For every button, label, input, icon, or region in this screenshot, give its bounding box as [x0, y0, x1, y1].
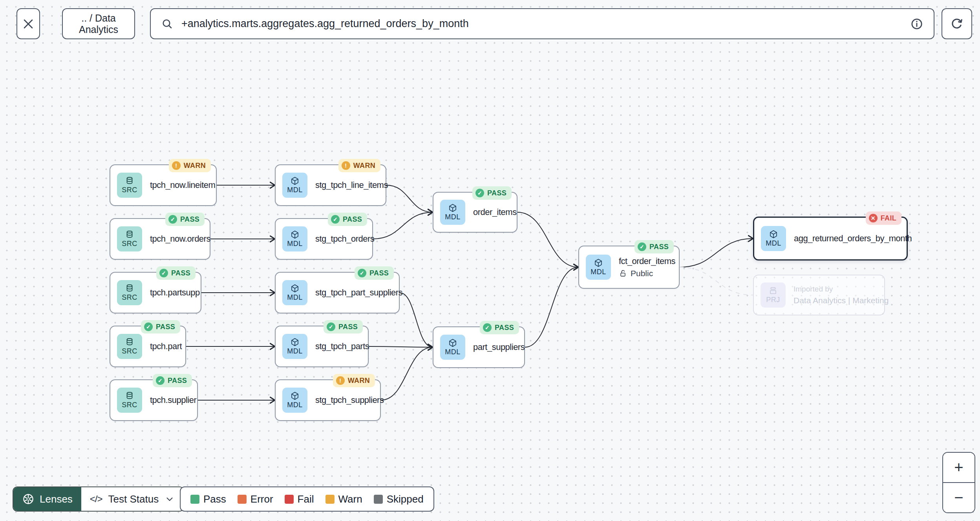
node-type-icon-prj: PRJ: [761, 282, 786, 308]
imported-by-projects: Data Analytics | Marketing: [794, 296, 889, 305]
database-icon: [125, 391, 134, 401]
node-type-label: MDL: [287, 401, 303, 409]
node-type-icon-mdl: MDL: [282, 173, 307, 198]
status-badge-warn: !WARN: [169, 159, 211, 172]
node-text: stg_tpch_orders: [315, 234, 374, 244]
node-label: stg_tpch_suppliers: [315, 395, 384, 405]
imported-by-label: Imported by: [794, 285, 889, 293]
status-badge-pass: ✓PASS: [153, 374, 192, 387]
graph-node-imported-by-project[interactable]: PRJImported by Data Analytics | Marketin…: [753, 275, 885, 315]
test-status-dropdown[interactable]: </> Test Status: [81, 487, 183, 511]
status-badge-warn: !WARN: [333, 374, 375, 387]
status-dot-icon: ✓: [475, 189, 484, 197]
status-dot-icon: ✓: [327, 322, 335, 331]
status-badge-pass: ✓PASS: [355, 266, 394, 280]
lineage-edges: [0, 0, 980, 521]
node-label: fct_order_items: [619, 256, 675, 266]
node-label: stg_tpch_parts: [315, 341, 369, 352]
node-type-label: MDL: [287, 186, 303, 194]
lenses-button[interactable]: Lenses: [13, 487, 81, 511]
lineage-edge: [525, 267, 578, 347]
node-text: stg_tpch_suppliers: [315, 395, 384, 405]
status-badge-pass: ✓PASS: [480, 321, 519, 334]
graph-node-fct_order_items[interactable]: ✓PASSMDLfct_order_itemsPublic: [578, 246, 680, 289]
lineage-edge: [373, 212, 433, 239]
node-text: agg_returned_orders_by_month: [794, 233, 912, 244]
status-dot-icon: !: [172, 161, 181, 170]
status-badge-pass: ✓PASS: [165, 213, 205, 226]
node-type-icon-src: SRC: [117, 173, 142, 198]
cube-icon: [290, 284, 300, 293]
node-text: stg_tpch_parts: [315, 341, 369, 352]
node-type-icon-mdl: MDL: [586, 255, 611, 280]
status-badge-pass: ✓PASS: [156, 266, 196, 280]
node-type-label: SRC: [122, 401, 137, 409]
lineage-edge: [400, 293, 433, 347]
lineage-edge: [680, 239, 753, 267]
node-type-label: MDL: [445, 348, 461, 356]
lenses-control: Lenses </> Test Status: [13, 486, 184, 512]
lineage-edge: [517, 212, 578, 267]
node-text: tpch.part: [150, 341, 182, 352]
graph-node-tpch_supplier[interactable]: ✓PASSSRCtpch.supplier: [110, 379, 198, 421]
graph-node-order_items[interactable]: ✓PASSMDLorder_items: [433, 192, 517, 233]
status-badge-pass: ✓PASS: [141, 320, 180, 333]
node-type-label: MDL: [287, 240, 303, 248]
graph-node-tpch_part[interactable]: ✓PASSSRCtpch.part: [110, 326, 186, 367]
cube-icon: [290, 391, 300, 401]
legend-label: Fail: [298, 493, 314, 505]
node-type-icon-mdl: MDL: [282, 388, 307, 413]
node-type-label: SRC: [122, 347, 137, 355]
lineage-edge: [386, 185, 433, 212]
cube-icon: [290, 176, 300, 186]
node-type-icon-src: SRC: [117, 334, 142, 359]
graph-node-stg_tpch_parts[interactable]: ✓PASSMDLstg_tpch_parts: [275, 326, 369, 367]
legend-label: Error: [250, 493, 273, 505]
cube-icon: [769, 230, 778, 239]
node-label: stg_tpch_part_suppliers: [315, 288, 402, 298]
node-text: order_items: [473, 207, 517, 217]
graph-node-stg_tpch_suppliers[interactable]: !WARNMDLstg_tpch_suppliers: [275, 379, 381, 421]
graph-node-tpch_now_orders[interactable]: ✓PASSSRCtpch_now.orders: [110, 218, 210, 260]
legend-item-pass: Pass: [190, 493, 226, 505]
database-icon: [125, 284, 134, 293]
node-type-icon-src: SRC: [117, 280, 142, 305]
status-dot-icon: ✓: [638, 242, 646, 251]
node-type-icon-mdl: MDL: [282, 334, 307, 359]
graph-node-tpch_partsupp[interactable]: ✓PASSSRCtpch.partsupp: [110, 272, 201, 313]
zoom-out-button[interactable]: −: [943, 482, 975, 512]
node-type-icon-mdl: MDL: [440, 200, 465, 225]
node-label: tpch.part: [150, 341, 182, 352]
zoom-in-button[interactable]: +: [943, 453, 975, 482]
status-dot-icon: ✓: [159, 269, 168, 277]
node-type-label: SRC: [122, 186, 137, 194]
graph-node-stg_tpch_orders[interactable]: ✓PASSMDLstg_tpch_orders: [275, 218, 373, 260]
legend-label: Pass: [203, 493, 226, 505]
status-dot-icon: ✓: [156, 376, 165, 385]
node-label: stg_tpch_orders: [315, 234, 374, 244]
aperture-icon: [22, 493, 35, 505]
legend-label: Skipped: [387, 493, 424, 505]
status-dot-icon: !: [336, 376, 345, 385]
node-type-icon-src: SRC: [117, 388, 142, 413]
node-label: part_suppliers: [473, 342, 525, 352]
status-badge-pass: ✓PASS: [472, 186, 512, 200]
graph-node-stg_tpch_line_items[interactable]: !WARNMDLstg_tpch_line_items: [275, 164, 386, 206]
node-text: stg_tpch_part_suppliers: [315, 288, 402, 298]
node-text: tpch.partsupp: [150, 288, 200, 298]
ghost-node-text: Imported by Data Analytics | Marketing: [794, 285, 889, 305]
graph-node-agg_returned_orders_by_month[interactable]: ✕FAILMDLagg_returned_orders_by_month: [753, 217, 908, 260]
graph-node-part_suppliers[interactable]: ✓PASSMDLpart_suppliers: [433, 326, 525, 368]
graph-node-tpch_now_lineitem[interactable]: !WARNSRCtpch_now.lineitem: [110, 164, 217, 206]
legend-item-fail: Fail: [285, 493, 314, 505]
status-badge-fail: ✕FAIL: [866, 211, 901, 225]
node-text: fct_order_itemsPublic: [619, 256, 675, 278]
node-type-icon-mdl: MDL: [282, 280, 307, 305]
node-label: tpch_now.lineitem: [150, 180, 215, 190]
node-type-icon-mdl: MDL: [440, 335, 465, 360]
test-status-label: Test Status: [108, 493, 159, 505]
legend-item-skipped: Skipped: [374, 493, 424, 505]
database-icon: [125, 176, 134, 186]
graph-node-stg_tpch_part_suppliers[interactable]: ✓PASSMDLstg_tpch_part_suppliers: [275, 272, 400, 313]
legend-swatch-icon: [238, 495, 247, 504]
